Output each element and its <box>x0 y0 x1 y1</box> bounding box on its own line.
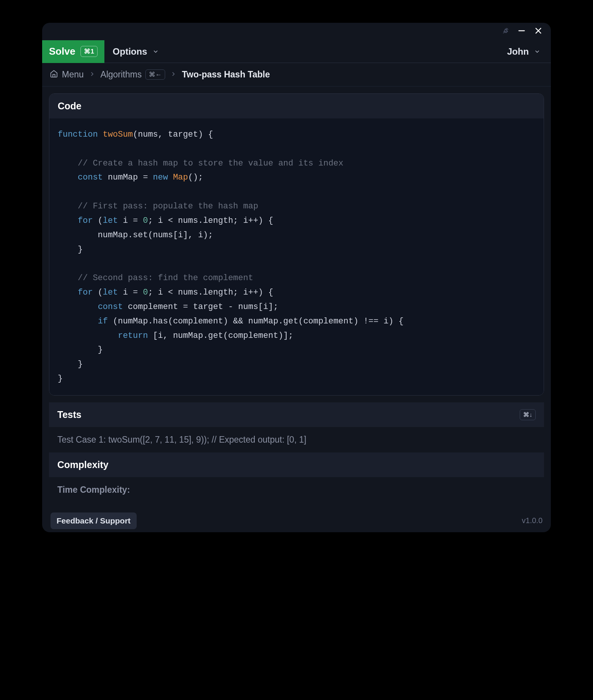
breadcrumb-current: Two-pass Hash Table <box>182 69 270 80</box>
tests-header: Tests ⌘↓ <box>49 402 544 427</box>
toolbar: Solve ⌘1 Options John <box>42 40 551 63</box>
breadcrumb-current-label: Two-pass Hash Table <box>182 69 270 80</box>
breadcrumb-menu-label: Menu <box>62 69 84 80</box>
options-button[interactable]: Options <box>104 40 167 63</box>
titlebar <box>42 23 551 40</box>
user-menu-button[interactable]: John <box>507 46 543 57</box>
content: Code function twoSum(nums, target) { // … <box>42 87 551 509</box>
code-panel: Code function twoSum(nums, target) { // … <box>49 93 544 396</box>
complexity-body: Time Complexity: <box>49 477 544 503</box>
test-case-text: Test Case 1: twoSum([2, 7, 11, 15], 9));… <box>57 435 306 445</box>
chevron-right-icon <box>89 71 95 79</box>
feedback-label: Feedback / Support <box>57 516 131 525</box>
breadcrumb: Menu Algorithms ⌘← Two-pass Hash Table <box>42 63 551 87</box>
code-panel-body: function twoSum(nums, target) { // Creat… <box>49 118 544 395</box>
complexity-header: Complexity <box>49 452 544 477</box>
feedback-button[interactable]: Feedback / Support <box>50 512 137 529</box>
user-label: John <box>507 46 529 57</box>
app-window: Solve ⌘1 Options John <box>42 23 551 532</box>
chevron-down-icon <box>153 46 159 57</box>
algorithms-shortcut-badge: ⌘← <box>145 69 165 80</box>
home-icon <box>50 69 58 80</box>
close-icon[interactable] <box>534 27 543 36</box>
solve-button-label: Solve <box>49 46 75 57</box>
tests-shortcut-badge: ⌘↓ <box>520 409 536 420</box>
solve-shortcut-badge: ⌘1 <box>80 46 97 57</box>
code-panel-title: Code <box>58 101 82 112</box>
lower-sections: Tests ⌘↓ Test Case 1: twoSum([2, 7, 11, … <box>49 402 544 503</box>
complexity-title: Complexity <box>57 459 109 470</box>
pin-icon[interactable] <box>502 27 509 36</box>
complexity-text: Time Complexity: <box>57 485 130 495</box>
tests-section: Tests ⌘↓ Test Case 1: twoSum([2, 7, 11, … <box>49 402 544 452</box>
complexity-section: Complexity Time Complexity: <box>49 452 544 503</box>
options-label: Options <box>113 46 147 57</box>
breadcrumb-home[interactable]: Menu <box>50 69 84 80</box>
version-label: v1.0.0 <box>522 516 543 525</box>
solve-button[interactable]: Solve ⌘1 <box>42 40 104 63</box>
chevron-right-icon <box>170 71 177 79</box>
tests-title: Tests <box>57 409 81 420</box>
chevron-down-icon <box>534 46 540 57</box>
footer: Feedback / Support v1.0.0 <box>42 509 551 532</box>
breadcrumb-algorithms-label: Algorithms <box>101 69 142 80</box>
breadcrumb-algorithms[interactable]: Algorithms ⌘← <box>101 69 166 80</box>
minimize-icon[interactable] <box>517 27 526 36</box>
tests-body: Test Case 1: twoSum([2, 7, 11, 15], 9));… <box>49 427 544 452</box>
code-editor[interactable]: function twoSum(nums, target) { // Creat… <box>58 128 535 386</box>
code-panel-header: Code <box>49 94 544 118</box>
